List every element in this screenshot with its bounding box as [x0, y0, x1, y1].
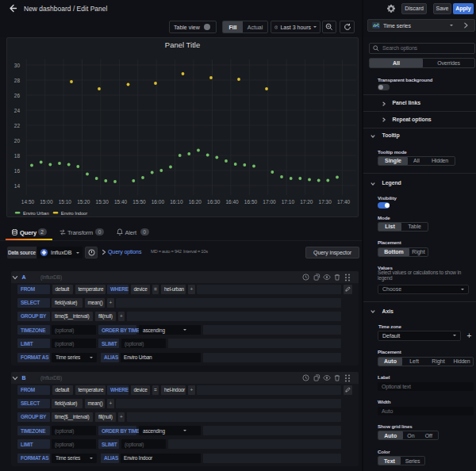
- svg-text:28: 28: [14, 78, 21, 83]
- svg-text:15:10: 15:10: [59, 199, 72, 205]
- svg-text:15:40: 15:40: [114, 199, 128, 205]
- svg-text:17:00: 17:00: [263, 199, 276, 205]
- svg-text:17:10: 17:10: [282, 199, 295, 205]
- svg-text:14:50: 14:50: [21, 199, 35, 205]
- svg-text:15:00: 15:00: [40, 199, 53, 205]
- svg-text:16: 16: [14, 168, 21, 174]
- svg-text:20: 20: [14, 138, 21, 144]
- svg-text:16:00: 16:00: [152, 199, 165, 205]
- svg-text:15:30: 15:30: [96, 199, 109, 205]
- svg-text:17:20: 17:20: [300, 199, 313, 205]
- svg-text:14: 14: [14, 183, 21, 189]
- svg-text:16:10: 16:10: [170, 199, 183, 205]
- svg-text:17:30: 17:30: [319, 199, 332, 205]
- svg-text:15:50: 15:50: [132, 199, 146, 205]
- svg-text:16:40: 16:40: [225, 199, 239, 205]
- svg-text:16:20: 16:20: [189, 199, 202, 205]
- svg-text:Enviro Indoor: Enviro Indoor: [61, 211, 87, 216]
- svg-text:Enviro Urban: Enviro Urban: [23, 211, 49, 216]
- svg-text:18: 18: [14, 153, 21, 159]
- svg-text:30: 30: [14, 63, 21, 68]
- svg-text:22: 22: [14, 123, 21, 128]
- svg-text:15:20: 15:20: [77, 199, 90, 205]
- svg-text:26: 26: [14, 93, 21, 98]
- svg-text:16:50: 16:50: [244, 199, 258, 205]
- svg-text:16:30: 16:30: [207, 199, 221, 205]
- svg-text:17:40: 17:40: [337, 199, 351, 205]
- svg-text:24: 24: [14, 108, 21, 113]
